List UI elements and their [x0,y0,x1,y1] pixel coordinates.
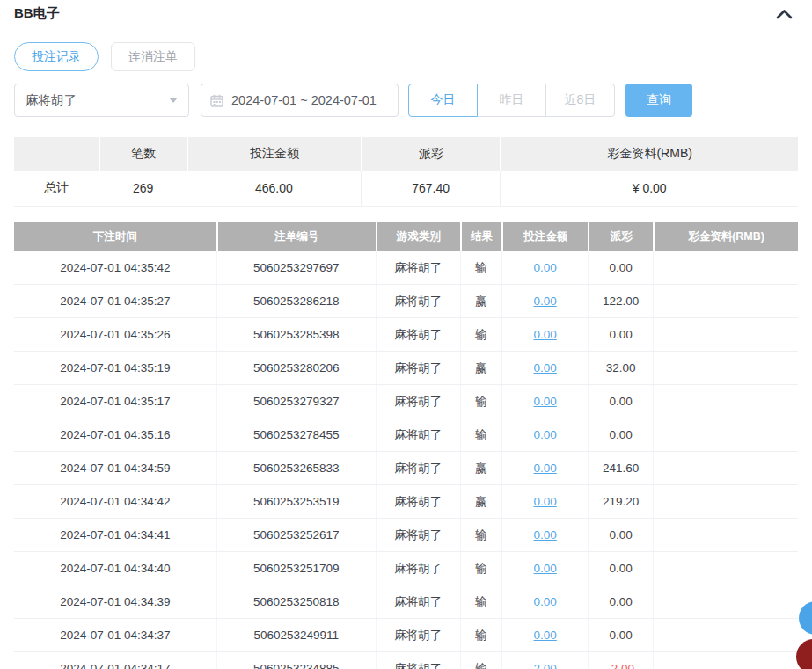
cell-payout: -2.00 [588,652,653,669]
cell-bonus [653,352,798,384]
cell-game-type: 麻将胡了 [376,585,460,618]
summary-header-blank [14,137,99,171]
panel-header: BB电子 [0,0,812,22]
cell-result: 输 [460,318,501,351]
cell-order-id: 5060253252617 [216,519,376,551]
cell-payout: 0.00 [588,418,653,451]
summary-table-header: 笔数 投注金额 派彩 彩金资料(RMB) [14,137,798,171]
bet-amount-link[interactable]: 0.00 [534,428,557,441]
cell-bonus [653,552,798,585]
cell-game-type: 麻将胡了 [376,519,460,551]
cell-bet-time: 2024-07-01 04:34:42 [14,485,216,518]
cell-result: 输 [460,519,501,551]
cell-payout: 0.00 [588,251,653,284]
cell-bet-time: 2024-07-01 04:34:41 [14,519,216,551]
bet-amount-link[interactable]: 0.00 [534,295,557,308]
cell-game-type: 麻将胡了 [376,318,460,351]
chevron-up-icon [776,9,793,22]
summary-table-row: 总计 269 466.00 767.40 ¥ 0.00 [14,171,798,207]
cell-bet-amount: 2.00 [501,652,588,669]
cell-bet-amount: 0.00 [501,619,588,651]
records-header-bonus: 彩金资料(RMB) [653,222,798,251]
quick-range-yesterday[interactable]: 昨日 [477,84,546,117]
table-row: 2024-07-01 04:35:42 5060253297697 麻将胡了 输… [14,251,798,285]
cell-game-type: 麻将胡了 [376,251,460,284]
bet-amount-link[interactable]: 0.00 [534,395,557,408]
cell-bet-amount: 0.00 [501,285,588,317]
bet-amount-link[interactable]: 0.00 [534,528,557,542]
cell-bet-time: 2024-07-01 04:35:26 [14,318,216,351]
collapse-button[interactable] [774,7,794,21]
floating-action-button[interactable] [796,639,812,669]
table-row: 2024-07-01 04:35:17 5060253279327 麻将胡了 输… [14,385,798,418]
cell-result: 输 [460,585,501,618]
table-row: 2024-07-01 04:34:59 5060253265833 麻将胡了 赢… [14,452,798,485]
records-header-time: 下注时间 [14,222,216,251]
cell-game-type: 麻将胡了 [376,285,460,317]
cell-bonus [653,318,798,351]
table-row: 2024-07-01 04:35:27 5060253286218 麻将胡了 赢… [14,285,798,318]
bet-amount-link[interactable]: 0.00 [534,562,557,575]
summary-header-bet-amount: 投注金额 [187,137,361,171]
cell-bet-amount: 0.00 [501,552,588,585]
cell-order-id: 5060253250818 [216,585,376,618]
summary-payout-value: 767.40 [361,171,501,206]
cell-bonus [653,585,798,618]
cell-bet-time: 2024-07-01 04:34:17 [14,652,216,669]
bet-amount-link[interactable]: 0.00 [534,629,557,642]
search-button[interactable]: 查询 [625,84,692,117]
table-row: 2024-07-01 04:35:19 5060253280206 麻将胡了 赢… [14,352,798,385]
cell-payout: 241.60 [588,452,653,484]
cell-bet-time: 2024-07-01 04:35:42 [14,251,216,284]
cell-order-id: 5060253285398 [216,318,376,351]
table-row: 2024-07-01 04:34:42 5060253253519 麻将胡了 赢… [14,485,798,519]
cell-bet-amount: 0.00 [501,385,588,418]
tab-bet-records[interactable]: 投注记录 [14,42,99,71]
records-header-bet: 投注金额 [501,222,588,251]
cell-game-type: 麻将胡了 [376,619,460,651]
cell-bet-time: 2024-07-01 04:35:17 [14,385,216,418]
bet-amount-link[interactable]: 0.00 [534,495,557,508]
cell-bet-time: 2024-07-01 04:34:39 [14,585,216,618]
cell-result: 输 [460,619,501,651]
cell-bet-time: 2024-07-01 04:35:27 [14,285,216,317]
cell-bet-amount: 0.00 [501,352,588,384]
quick-range-last8days[interactable]: 近8日 [545,84,615,117]
cell-order-id: 5060253249911 [216,619,376,651]
game-select-value: 麻将胡了 [26,92,77,109]
bet-amount-link[interactable]: 2.00 [534,662,557,669]
cell-bonus [653,418,798,451]
records-table-body: 2024-07-01 04:35:42 5060253297697 麻将胡了 输… [14,251,798,669]
date-range-input[interactable]: 2024-07-01 ~ 2024-07-01 [201,84,399,117]
bet-amount-link[interactable]: 0.00 [534,595,557,608]
records-header-game: 游戏类别 [376,222,460,251]
game-select[interactable]: 麻将胡了 [14,84,189,117]
bet-amount-link[interactable]: 0.00 [534,462,557,475]
records-table: 下注时间 注单编号 游戏类别 结果 投注金额 派彩 彩金资料(RMB) 2024… [14,222,798,669]
cell-bet-amount: 0.00 [501,418,588,451]
summary-bet-amount-value: 466.00 [187,171,361,206]
cell-result: 输 [460,552,501,585]
cell-order-id: 5060253280206 [216,352,376,384]
cell-order-id: 5060253279327 [216,385,376,418]
summary-header-bonus: 彩金资料(RMB) [500,137,798,171]
summary-count-value: 269 [99,171,187,206]
cell-result: 输 [460,251,501,284]
bet-amount-link[interactable]: 0.00 [534,361,557,374]
bet-amount-link[interactable]: 0.00 [534,261,557,274]
records-table-header: 下注时间 注单编号 游戏类别 结果 投注金额 派彩 彩金资料(RMB) [14,222,798,251]
quick-range-today[interactable]: 今日 [408,84,478,117]
cell-payout: 0.00 [588,318,653,351]
cell-bonus [653,619,798,651]
floating-service-button[interactable] [799,601,812,635]
panel-title: BB电子 [14,5,60,22]
summary-header-count: 笔数 [99,137,187,171]
records-header-order-id: 注单编号 [216,222,376,251]
cell-payout: 0.00 [588,385,653,418]
tab-cancelled-orders[interactable]: 连消注单 [111,42,195,71]
cell-bonus [653,652,798,669]
cell-payout: 0.00 [588,519,653,551]
bet-amount-link[interactable]: 0.00 [534,328,557,341]
cell-result: 赢 [460,452,501,484]
cell-order-id: 5060253278455 [216,418,376,451]
